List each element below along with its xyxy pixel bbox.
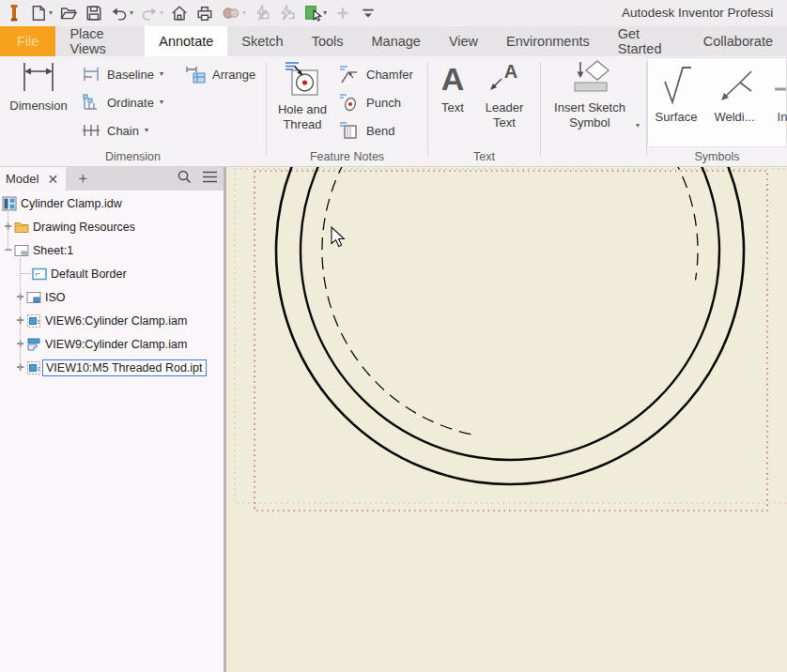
panel-feature-notes: Hole and Thread Chamfer Punch [267,56,427,166]
insert-sketch-symbol-button[interactable]: Insert Sketch Symbol [547,59,633,130]
tab-tools[interactable]: Tools [298,26,358,56]
panel-text: A Text A Leader Text Text [428,56,540,166]
select-tool[interactable]: ▾ [301,2,329,24]
svg-text:A: A [504,61,517,82]
panel-label-dimension: Dimension [0,150,266,163]
tab-environments[interactable]: Environments [492,26,604,56]
tree-item-label: VIEW10:M5 Threaded Rod.ipt [42,359,207,376]
surface-icon [650,61,702,106]
search-icon[interactable] [177,169,193,189]
sheet-view [226,167,787,672]
dimension-button[interactable]: Dimension [4,59,73,114]
tree-connector [20,259,21,368]
drawing-file-icon [2,196,18,211]
surface-button[interactable]: Surface [650,61,702,125]
chamfer-button[interactable]: Chamfer [338,61,413,87]
tree-item-view9-cylinder-clamp-iam[interactable]: +VIEW9:Cylinder Clamp.iam [0,332,224,356]
drawing-canvas[interactable] [226,167,787,672]
dimension-button-label: Dimension [9,99,67,113]
tab-place-views[interactable]: Place Views [55,26,145,56]
tree-item-view6-cylinder-clamp-iam[interactable]: +IVIEW6:Cylinder Clamp.iam [0,309,224,332]
add-command[interactable] [332,2,354,24]
ribbon-tab-bar: FilePlace ViewsAnnotateSketchToolsManage… [0,26,787,56]
material-sphere[interactable]: ▾ [219,2,248,24]
tree-connector [20,273,31,274]
ribbon: Dimension Baseline ▾ Ordinate ▾ Chai [0,56,787,167]
browser-tree: Cylinder Clamp.idw+Drawing Resources−She… [0,191,224,672]
panel-sketch-symbol: Insert Sketch Symbol ▾ [541,56,646,166]
tree-item-label: Cylinder Clamp.idw [18,196,125,211]
punch-icon [338,92,361,113]
dimension-icon [4,59,73,95]
undo[interactable]: ▾ [108,2,135,24]
tab-file[interactable]: File [0,26,55,56]
inventor-window: ▾▾▾▾▾ Autodesk Inventor Professi FilePla… [0,0,787,672]
tree-connector [8,209,8,251]
inventor-logo[interactable] [4,2,24,24]
tree-item-default-border[interactable]: Default Border [0,262,224,285]
quick-access-toolbar: ▾▾▾▾▾ [4,2,382,24]
tab-sketch[interactable]: Sketch [227,26,297,56]
view-icon: I [26,360,42,375]
sheet-icon [14,243,30,258]
ordinate-dropdown[interactable]: ▾ [160,99,163,106]
text-button[interactable]: A Text [432,59,473,115]
punch-button[interactable]: Punch [338,89,401,115]
model-browser: Model ✕ ＋ Cylinder Clamp.idw+Drawing Res… [0,167,224,672]
redo[interactable]: ▾ [138,2,165,24]
tree-item-sheet-1[interactable]: −Sheet:1 [0,238,224,262]
tab-collaborate[interactable]: Collaborate [689,26,787,56]
leader-text-icon: A [477,59,532,97]
folder-icon [14,220,30,235]
new-document[interactable]: ▾ [27,2,54,24]
tree-item-label: ISO [42,290,69,305]
tree-item-iso[interactable]: +ISO [0,285,224,309]
panel-label-text: Text [428,150,540,163]
menu-icon[interactable] [202,170,218,188]
close-icon[interactable]: ✕ [47,172,58,187]
bend-button[interactable]: Bend [338,117,394,144]
title-block-icon [26,290,42,305]
browser-tab-model[interactable]: Model ✕ [0,167,66,191]
truncated-button[interactable]: In [768,61,787,125]
hole-thread-label: Hole and Thread [278,102,327,131]
add-tab-icon[interactable]: ＋ [66,169,100,189]
open-folder[interactable] [57,2,80,24]
insert-sketch-symbol-dropdown[interactable]: ▾ [636,122,640,130]
update-global[interactable] [276,2,299,24]
leader-text-button[interactable]: A Leader Text [477,59,532,130]
chain-button[interactable]: Chain ▾ [81,117,148,144]
tree-item-view10-m5-threaded-rod-ipt[interactable]: +IVIEW10:M5 Threaded Rod.ipt [0,356,224,379]
tree-item-cylinder-clamp-idw[interactable]: Cylinder Clamp.idw [0,191,224,215]
ordinate-icon [81,93,101,112]
tree-item-drawing-resources[interactable]: +Drawing Resources [0,215,224,238]
insert-sketch-symbol-icon [547,59,633,97]
chamfer-icon [338,64,361,84]
tree-item-label: VIEW9:Cylinder Clamp.iam [42,337,190,352]
panel-label-feature-notes: Feature Notes [267,150,427,163]
ordinate-button[interactable]: Ordinate ▾ [81,89,163,115]
baseline-button[interactable]: Baseline ▾ [81,61,163,87]
tab-annotate[interactable]: Annotate [145,26,227,56]
tab-view[interactable]: View [435,26,492,56]
svg-text:A: A [441,61,465,97]
tab-manage[interactable]: Manage [358,26,435,56]
browser-header: Model ✕ ＋ [0,167,224,191]
print[interactable] [193,2,216,24]
title-bar: ▾▾▾▾▾ Autodesk Inventor Professi [0,0,787,26]
hole-thread-icon [272,59,332,99]
tab-get-started[interactable]: Get Started [604,26,689,56]
baseline-icon [81,65,101,84]
save[interactable] [83,2,105,24]
home[interactable] [168,2,191,24]
hole-and-thread-button[interactable]: Hole and Thread [272,59,332,132]
arrange-icon [184,64,207,84]
arrange-button[interactable]: Arrange [184,61,255,87]
welding-button[interactable]: Weldi... [708,61,761,125]
bend-icon [338,120,361,141]
update-local[interactable] [251,2,273,24]
baseline-dropdown[interactable]: ▾ [160,70,163,78]
window-title: Autodesk Inventor Professi [622,6,787,23]
chain-dropdown[interactable]: ▾ [145,127,148,134]
customize-qat[interactable] [357,2,379,24]
